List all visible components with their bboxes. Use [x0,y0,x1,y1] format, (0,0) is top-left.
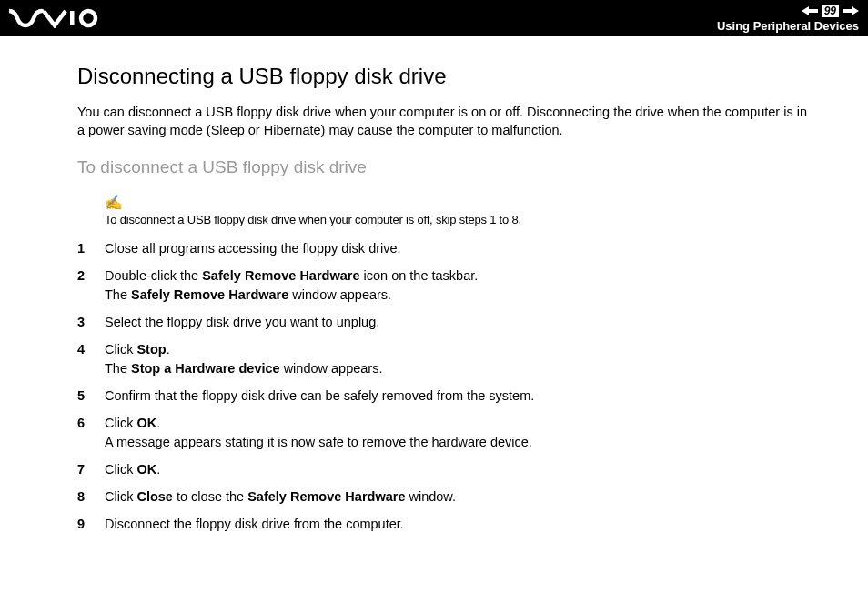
steps-list: 1 Close all programs accessing the flopp… [77,239,813,534]
subtitle: To disconnect a USB floppy disk drive [77,157,813,177]
svg-marker-2 [802,6,818,15]
note-block: ✍ To disconnect a USB floppy disk drive … [105,194,813,226]
svg-rect-0 [70,11,75,25]
page-title: Disconnecting a USB floppy disk drive [77,64,813,89]
step-body: Click Close to close the Safely Remove H… [105,487,813,506]
intro-paragraph: You can disconnect a USB floppy disk dri… [77,104,813,139]
step-number: 2 [77,266,88,304]
step-body: Double-click the Safely Remove Hardware … [105,266,813,304]
page-content: Disconnecting a USB floppy disk drive Yo… [0,36,868,561]
step-number: 8 [77,487,88,506]
step-body: Disconnect the floppy disk drive from th… [105,515,813,533]
note-text: To disconnect a USB floppy disk drive wh… [105,213,813,226]
svg-point-1 [81,11,96,25]
step-item: 6 Click OK. A message appears stating it… [77,414,813,451]
step-item: 4 Click Stop. The Stop a Hardware device… [77,340,813,377]
step-body: Click OK. [105,460,813,478]
step-item: 9 Disconnect the floppy disk drive from … [77,515,813,533]
step-body: Close all programs accessing the floppy … [105,239,813,257]
header-nav: 99 Using Peripheral Devices [717,5,859,33]
step-number: 5 [77,387,88,405]
step-number: 9 [77,515,88,533]
next-page-icon[interactable] [843,6,859,15]
header-bar: 99 Using Peripheral Devices [0,0,868,36]
step-item: 5 Confirm that the floppy disk drive can… [77,387,813,405]
prev-page-icon[interactable] [802,6,818,15]
step-item: 8 Click Close to close the Safely Remove… [77,487,813,506]
step-item: 3 Select the floppy disk drive you want … [77,313,813,331]
step-number: 4 [77,340,88,377]
step-number: 6 [77,414,88,451]
step-item: 2 Double-click the Safely Remove Hardwar… [77,266,813,304]
step-number: 3 [77,313,88,331]
section-label: Using Peripheral Devices [717,19,859,33]
svg-marker-3 [843,6,859,15]
step-item: 1 Close all programs accessing the flopp… [77,239,813,257]
step-body: Confirm that the floppy disk drive can b… [105,387,813,405]
step-number: 7 [77,460,88,478]
step-body: Select the floppy disk drive you want to… [105,313,813,331]
step-body: Click OK. A message appears stating it i… [105,414,813,451]
page-number: 99 [822,5,839,17]
step-item: 7 Click OK. [77,460,813,478]
note-icon: ✍ [105,194,813,211]
vaio-logo [9,8,100,28]
step-number: 1 [77,239,88,257]
step-body: Click Stop. The Stop a Hardware device w… [105,340,813,377]
